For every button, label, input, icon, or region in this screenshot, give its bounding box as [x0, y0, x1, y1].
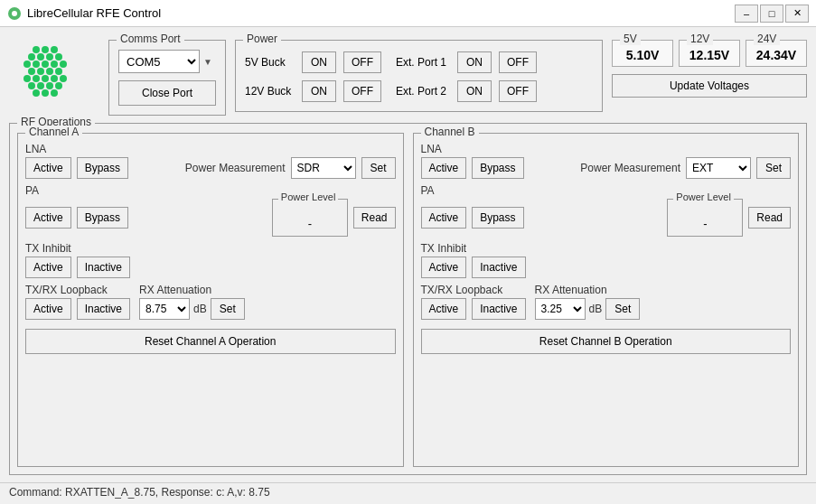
titlebar: LibreCellular RFE Control – □ ✕: [0, 0, 816, 27]
power-level-a-read-button[interactable]: Read: [353, 207, 396, 229]
txrx-b-active-button[interactable]: Active: [421, 298, 467, 320]
app-icon: [7, 6, 22, 21]
tx-inhibit-b-inactive-button[interactable]: Inactive: [472, 257, 525, 278]
power-section: Power 5V Buck ON OFF 12V Buck ON OFF: [235, 40, 603, 112]
lna-a-active-button[interactable]: Active: [25, 157, 71, 179]
tx-inhibit-a-label: TX Inhibit: [25, 242, 396, 255]
tx-inhibit-a-active-button[interactable]: Active: [25, 257, 71, 278]
pa-a-bypass-button[interactable]: Bypass: [77, 207, 128, 229]
logo-area: [9, 34, 99, 116]
v24-value: 24.34V: [754, 48, 799, 62]
lna-a-bypass-button[interactable]: Bypass: [77, 157, 128, 179]
svg-point-4: [51, 46, 58, 53]
lna-b-label: LNA: [421, 143, 792, 155]
close-button[interactable]: ✕: [785, 5, 809, 23]
buck5v-on-button[interactable]: ON: [302, 51, 336, 73]
buck12v-off-button[interactable]: OFF: [343, 80, 381, 102]
minimize-button[interactable]: –: [735, 5, 758, 23]
lna-b-controls: Active Bypass Power Measurement EXT SDR …: [421, 157, 792, 179]
svg-point-13: [60, 61, 67, 68]
power-level-a-legend: Power Level: [278, 191, 339, 202]
channel-a-legend: Channel A: [25, 126, 82, 138]
extport2-off-button[interactable]: OFF: [499, 80, 537, 102]
tx-inhibit-a-controls: Active Inactive: [25, 257, 396, 278]
svg-point-1: [12, 11, 17, 16]
voltage-5v-box: 5V 5.10V: [612, 40, 673, 67]
v5-value: 5.10V: [620, 48, 665, 62]
buck5v-off-button[interactable]: OFF: [343, 51, 381, 73]
power-meas-b-set-button[interactable]: Set: [756, 157, 791, 179]
maximize-button[interactable]: □: [760, 5, 783, 23]
tx-inhibit-a-inactive-button[interactable]: Inactive: [77, 257, 130, 278]
window-title: LibreCellular RFE Control: [27, 6, 161, 20]
tx-inhibit-b-active-button[interactable]: Active: [421, 257, 467, 278]
lna-b-bypass-button[interactable]: Bypass: [472, 157, 523, 179]
lna-a-controls: Active Bypass Power Measurement SDR EXT …: [25, 157, 396, 179]
top-row: Comms Port COM5 COM1 COM2 COM3 COM4 ▼ Cl…: [9, 34, 807, 116]
txrx-b-inactive-button[interactable]: Inactive: [472, 298, 525, 320]
txrx-b-section: TX/RX Loopback Active Inactive RX Attenu…: [421, 284, 792, 320]
txrx-b-label: TX/RX Loopback: [421, 284, 526, 296]
power-meas-a-set-button[interactable]: Set: [361, 157, 396, 179]
power-level-b-legend: Power Level: [673, 191, 734, 202]
extport2-on-button[interactable]: ON: [457, 80, 492, 102]
svg-point-14: [28, 68, 35, 75]
buck12v-on-button[interactable]: ON: [302, 80, 336, 102]
buck5v-label: 5V Buck: [245, 56, 295, 69]
pa-a-active-button[interactable]: Active: [25, 207, 71, 229]
power-meas-b-select[interactable]: EXT SDR: [686, 157, 751, 179]
dropdown-icon: ▼: [203, 57, 212, 67]
reset-channel-a-button[interactable]: Reset Channel A Operation: [25, 329, 396, 354]
pa-b-bypass-button[interactable]: Bypass: [472, 207, 523, 229]
com-port-select[interactable]: COM5 COM1 COM2 COM3 COM4: [118, 50, 200, 73]
power-level-b-value: -: [673, 212, 736, 234]
svg-point-15: [37, 68, 44, 75]
close-port-button[interactable]: Close Port: [118, 80, 216, 106]
pa-b-controls: Active Bypass Power Level - Read: [421, 199, 792, 237]
power-level-a-value: -: [278, 212, 342, 234]
power-meas-a-select[interactable]: SDR EXT: [291, 157, 356, 179]
comms-port-legend: Comms Port: [117, 33, 184, 45]
rx-atten-b-label: RX Attenuation: [535, 284, 641, 296]
pa-b-section: PA Active Bypass Power Level - Read: [421, 184, 792, 237]
svg-point-17: [55, 68, 62, 75]
extport1-on-button[interactable]: ON: [457, 51, 492, 73]
txrx-b-group: TX/RX Loopback Active Inactive: [421, 284, 526, 320]
reset-channel-b-button[interactable]: Reset Channel B Operation: [421, 329, 792, 354]
txrx-a-group: TX/RX Loopback Active Inactive: [25, 284, 130, 320]
rx-atten-a-set-button[interactable]: Set: [211, 298, 245, 320]
lna-b-active-button[interactable]: Active: [421, 157, 467, 179]
rx-atten-a-group: RX Attenuation 8.75 0 0.25 0.5 3.25: [139, 284, 245, 320]
txrx-a-active-button[interactable]: Active: [25, 298, 71, 320]
power-level-b-read-button[interactable]: Read: [748, 207, 791, 229]
svg-point-24: [37, 82, 44, 89]
svg-point-16: [46, 68, 53, 75]
extport1-label: Ext. Port 1: [396, 56, 450, 69]
svg-point-5: [28, 53, 35, 61]
lna-a-label: LNA: [25, 143, 396, 155]
svg-point-25: [46, 82, 53, 89]
voltage-boxes: 5V 5.10V 12V 12.15V 24V 24.34V: [612, 40, 807, 67]
v24-legend: 24V: [754, 33, 780, 45]
update-voltages-button[interactable]: Update Voltages: [612, 74, 807, 98]
rx-atten-a-select[interactable]: 8.75 0 0.25 0.5 3.25 16.0 31.75: [139, 298, 190, 320]
pa-b-label: PA: [421, 184, 792, 197]
extport2-label: Ext. Port 2: [396, 85, 450, 98]
svg-point-20: [42, 75, 49, 82]
txrx-b-controls: Active Inactive: [421, 298, 526, 320]
power-legend: Power: [243, 33, 281, 45]
svg-point-26: [55, 82, 62, 89]
extport1-off-button[interactable]: OFF: [499, 51, 537, 73]
svg-point-8: [55, 53, 62, 61]
svg-point-21: [51, 75, 58, 82]
svg-point-18: [23, 75, 31, 82]
buck12v-label: 12V Buck: [245, 85, 295, 98]
rx-atten-b-select[interactable]: 3.25 0 0.25 0.5 8.75 16.0 31.75: [535, 298, 586, 320]
svg-point-22: [60, 75, 67, 82]
pa-b-active-button[interactable]: Active: [421, 207, 467, 229]
rx-atten-b-set-button[interactable]: Set: [605, 298, 640, 320]
lna-a-section: LNA Active Bypass Power Measurement SDR …: [25, 143, 396, 179]
txrx-a-controls: Active Inactive: [25, 298, 130, 320]
txrx-a-inactive-button[interactable]: Inactive: [77, 298, 130, 320]
comms-port-section: Comms Port COM5 COM1 COM2 COM3 COM4 ▼ Cl…: [108, 40, 226, 116]
